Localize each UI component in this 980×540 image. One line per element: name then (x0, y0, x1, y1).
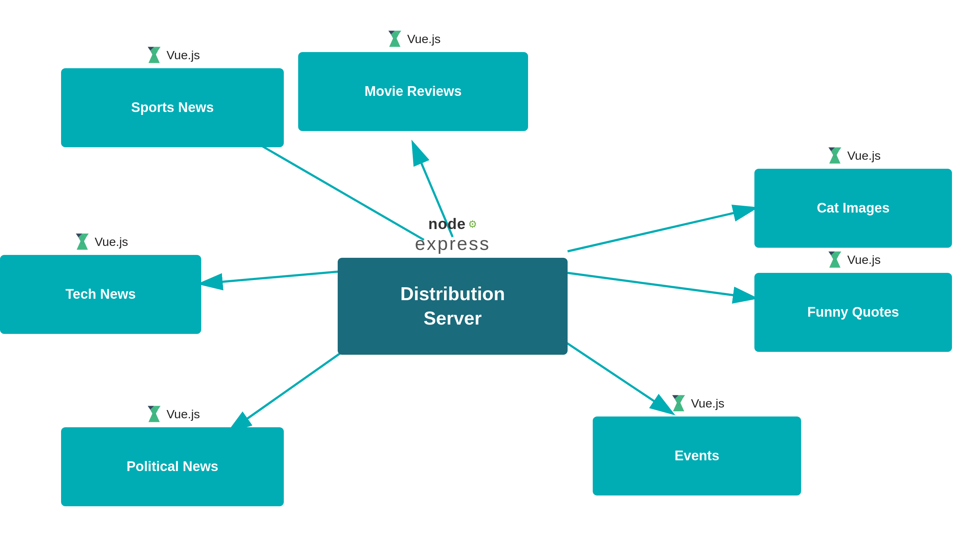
movie-label: Movie Reviews (364, 83, 461, 100)
node-sports: Vue.js Sports News (61, 47, 284, 147)
vue-logo-funny (826, 251, 844, 268)
cat-vuejs-label: Vue.js (826, 147, 880, 164)
sports-label: Sports News (131, 99, 214, 116)
node-tech: Vue.js Tech News (0, 233, 201, 334)
funny-label: Funny Quotes (807, 303, 899, 321)
political-vuejs-label: Vue.js (145, 406, 200, 422)
tech-vuejs-label: Vue.js (73, 233, 128, 250)
node-text: node (428, 215, 466, 233)
events-vuejs-text: Vue.js (691, 396, 724, 410)
funny-box: Funny Quotes (754, 273, 952, 352)
node-server: node ⚙ express DistributionServer (338, 215, 568, 355)
server-label: DistributionServer (400, 282, 505, 330)
movie-vuejs-text: Vue.js (407, 32, 441, 46)
vue-logo-events (669, 395, 688, 411)
political-vuejs-text: Vue.js (166, 407, 200, 421)
vue-logo-cat (826, 147, 844, 164)
funny-vuejs-text: Vue.js (847, 253, 880, 267)
node-movie: Vue.js Movie Reviews (298, 30, 528, 131)
funny-vuejs-label: Vue.js (826, 251, 880, 268)
events-box: Events (593, 416, 801, 496)
political-box: Political News (61, 427, 284, 506)
cat-box: Cat Images (754, 169, 952, 248)
node-political: Vue.js Political News (61, 406, 284, 506)
vue-logo-political (145, 406, 164, 422)
events-label: Events (675, 447, 719, 465)
svg-line-5 (568, 208, 754, 251)
tech-vuejs-text: Vue.js (94, 235, 128, 249)
cat-label: Cat Images (817, 199, 890, 217)
diagram: node ⚙ express DistributionServer Vue.js… (0, 0, 980, 540)
vue-logo-movie (385, 30, 404, 47)
cat-vuejs-text: Vue.js (847, 149, 880, 163)
vue-logo-tech (73, 233, 92, 250)
node-events: Vue.js Events (593, 395, 801, 496)
node-funny: Vue.js Funny Quotes (754, 251, 952, 352)
svg-line-6 (568, 273, 754, 298)
tech-box: Tech News (0, 255, 201, 334)
express-text: express (415, 233, 490, 254)
movie-box: Movie Reviews (298, 52, 528, 131)
sports-vuejs-text: Vue.js (166, 48, 200, 62)
political-label: Political News (126, 458, 218, 475)
events-vuejs-label: Vue.js (669, 395, 724, 411)
nodejs-icon: ⚙ (468, 218, 477, 230)
node-cat: Vue.js Cat Images (754, 147, 952, 248)
movie-vuejs-label: Vue.js (385, 30, 441, 47)
sports-box: Sports News (61, 68, 284, 147)
vue-logo-sports (145, 47, 164, 63)
tech-label: Tech News (65, 286, 136, 303)
server-box: DistributionServer (338, 258, 568, 355)
sports-vuejs-label: Vue.js (145, 47, 200, 63)
